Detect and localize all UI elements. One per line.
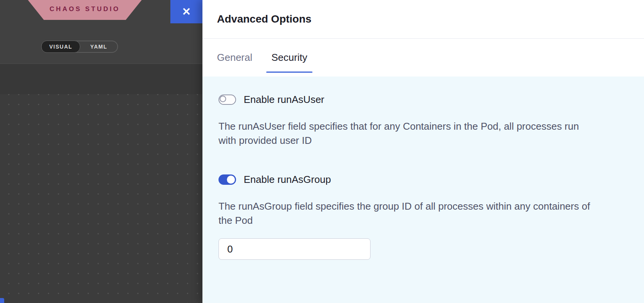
- run-as-group-row: Enable runAsGroup: [218, 174, 629, 186]
- visual-tab[interactable]: VISUAL: [41, 41, 80, 53]
- run-as-user-description: The runAsUser field specifies that for a…: [218, 119, 593, 148]
- toggle-knob: [220, 96, 226, 102]
- drawer-header: Advanced Options: [202, 0, 644, 39]
- yaml-tab[interactable]: YAML: [80, 41, 117, 52]
- canvas-header: CHAOS STUDIO VISUAL YAML ✕: [0, 0, 202, 64]
- run-as-user-label: Enable runAsUser: [244, 94, 324, 106]
- run-as-user-row: Enable runAsUser: [218, 94, 629, 106]
- close-icon: ✕: [182, 5, 191, 18]
- run-as-group-label: Enable runAsGroup: [244, 174, 331, 186]
- chaos-studio-canvas: CHAOS STUDIO VISUAL YAML ✕: [0, 0, 202, 303]
- drawer-title: Advanced Options: [217, 13, 311, 25]
- experiment-dot-grid-canvas: [0, 94, 202, 303]
- security-tab-panel: Enable runAsUser The runAsUser field spe…: [202, 77, 644, 303]
- toggle-knob: [227, 176, 235, 184]
- chaos-studio-logo: CHAOS STUDIO: [50, 5, 120, 15]
- screen: CHAOS STUDIO VISUAL YAML ✕ Advanced Opti…: [0, 0, 644, 303]
- tab-general[interactable]: General: [217, 52, 252, 64]
- tab-security[interactable]: Security: [272, 52, 307, 64]
- run-as-user-toggle[interactable]: [218, 94, 236, 105]
- advanced-options-drawer: Advanced Options General Security Enable…: [202, 0, 644, 303]
- visual-yaml-toggle: VISUAL YAML: [41, 41, 118, 53]
- run-as-group-toggle[interactable]: [218, 174, 236, 185]
- chaos-studio-logo-shape: CHAOS STUDIO: [28, 0, 142, 20]
- canvas-subheader: [0, 64, 202, 94]
- run-as-group-description: The runAsGroup field specifies the group…: [218, 199, 593, 228]
- canvas-corner-accent: [0, 298, 4, 303]
- run-as-group-input[interactable]: [218, 238, 371, 260]
- close-drawer-button[interactable]: ✕: [170, 0, 202, 23]
- drawer-tabs: General Security: [202, 39, 644, 77]
